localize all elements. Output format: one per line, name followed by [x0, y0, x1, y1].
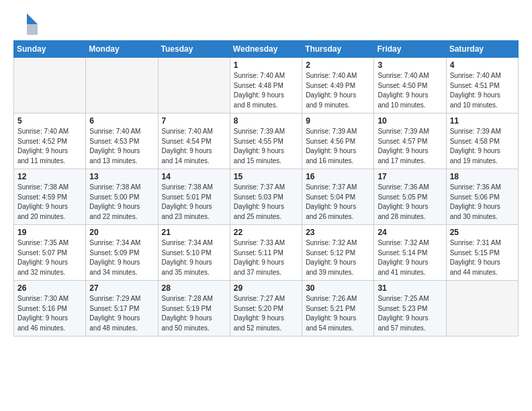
day-number: 10 — [378, 116, 442, 126]
day-number: 16 — [306, 172, 370, 181]
day-number: 19 — [17, 228, 82, 237]
calendar-cell: 2Sunrise: 7:40 AM Sunset: 4:49 PM Daylig… — [302, 58, 374, 113]
weekday-header: Wednesday — [230, 41, 302, 58]
day-number: 27 — [89, 283, 154, 293]
calendar-cell: 30Sunrise: 7:26 AM Sunset: 5:21 PM Dayli… — [302, 281, 374, 336]
day-info: Sunrise: 7:30 AM Sunset: 5:16 PM Dayligh… — [17, 294, 82, 333]
day-info: Sunrise: 7:40 AM Sunset: 4:52 PM Dayligh… — [17, 127, 82, 166]
day-info: Sunrise: 7:37 AM Sunset: 5:04 PM Dayligh… — [306, 183, 370, 222]
calendar-cell — [86, 58, 158, 113]
day-number: 13 — [89, 172, 154, 181]
day-number: 1 — [234, 60, 298, 70]
calendar-cell: 31Sunrise: 7:25 AM Sunset: 5:23 PM Dayli… — [374, 281, 446, 336]
day-number: 22 — [234, 228, 298, 237]
calendar-week-row: 12Sunrise: 7:38 AM Sunset: 4:59 PM Dayli… — [14, 169, 519, 225]
calendar-cell: 29Sunrise: 7:27 AM Sunset: 5:20 PM Dayli… — [230, 281, 302, 336]
day-number: 3 — [378, 60, 442, 70]
calendar-cell: 21Sunrise: 7:34 AM Sunset: 5:10 PM Dayli… — [158, 225, 230, 281]
calendar-cell: 16Sunrise: 7:37 AM Sunset: 5:04 PM Dayli… — [302, 169, 374, 225]
day-info: Sunrise: 7:38 AM Sunset: 5:00 PM Dayligh… — [89, 183, 154, 222]
calendar-cell: 18Sunrise: 7:36 AM Sunset: 5:06 PM Dayli… — [446, 169, 518, 225]
calendar: SundayMondayTuesdayWednesdayThursdayFrid… — [13, 40, 519, 336]
day-info: Sunrise: 7:37 AM Sunset: 5:03 PM Dayligh… — [234, 183, 298, 222]
calendar-cell: 23Sunrise: 7:32 AM Sunset: 5:12 PM Dayli… — [302, 225, 374, 281]
day-info: Sunrise: 7:40 AM Sunset: 4:54 PM Dayligh… — [162, 127, 226, 166]
day-number: 5 — [17, 116, 82, 126]
calendar-header-row: SundayMondayTuesdayWednesdayThursdayFrid… — [14, 41, 519, 58]
calendar-cell: 3Sunrise: 7:40 AM Sunset: 4:50 PM Daylig… — [374, 58, 446, 113]
calendar-week-row: 1Sunrise: 7:40 AM Sunset: 4:48 PM Daylig… — [14, 58, 519, 113]
day-number: 26 — [17, 283, 82, 293]
day-number: 7 — [162, 116, 226, 126]
day-info: Sunrise: 7:40 AM Sunset: 4:49 PM Dayligh… — [306, 71, 370, 110]
calendar-cell: 27Sunrise: 7:29 AM Sunset: 5:17 PM Dayli… — [86, 281, 158, 336]
svg-marker-1 — [27, 24, 38, 35]
day-number: 2 — [306, 60, 370, 70]
day-number: 6 — [89, 116, 154, 126]
day-info: Sunrise: 7:26 AM Sunset: 5:21 PM Dayligh… — [306, 294, 370, 333]
svg-marker-0 — [27, 13, 38, 24]
day-info: Sunrise: 7:32 AM Sunset: 5:14 PM Dayligh… — [378, 238, 442, 277]
day-info: Sunrise: 7:31 AM Sunset: 5:15 PM Dayligh… — [450, 238, 515, 277]
calendar-cell — [158, 58, 230, 113]
page: SundayMondayTuesdayWednesdayThursdayFrid… — [0, 0, 532, 343]
day-number: 9 — [306, 116, 370, 126]
calendar-cell: 6Sunrise: 7:40 AM Sunset: 4:53 PM Daylig… — [86, 113, 158, 169]
weekday-header: Saturday — [446, 41, 518, 58]
calendar-cell: 28Sunrise: 7:28 AM Sunset: 5:19 PM Dayli… — [158, 281, 230, 336]
day-number: 17 — [378, 172, 442, 181]
logo — [13, 11, 40, 35]
calendar-cell: 26Sunrise: 7:30 AM Sunset: 5:16 PM Dayli… — [14, 281, 86, 336]
calendar-cell: 13Sunrise: 7:38 AM Sunset: 5:00 PM Dayli… — [86, 169, 158, 225]
logo-icon — [13, 11, 38, 35]
day-number: 25 — [450, 228, 515, 237]
day-info: Sunrise: 7:39 AM Sunset: 4:55 PM Dayligh… — [234, 127, 298, 166]
day-info: Sunrise: 7:36 AM Sunset: 5:05 PM Dayligh… — [378, 183, 442, 222]
day-info: Sunrise: 7:40 AM Sunset: 4:53 PM Dayligh… — [89, 127, 154, 166]
day-info: Sunrise: 7:40 AM Sunset: 4:51 PM Dayligh… — [450, 71, 515, 110]
day-info: Sunrise: 7:39 AM Sunset: 4:57 PM Dayligh… — [378, 127, 442, 166]
calendar-cell: 19Sunrise: 7:35 AM Sunset: 5:07 PM Dayli… — [14, 225, 86, 281]
weekday-header: Tuesday — [158, 41, 230, 58]
calendar-cell: 9Sunrise: 7:39 AM Sunset: 4:56 PM Daylig… — [302, 113, 374, 169]
day-number: 11 — [450, 116, 515, 126]
day-number: 18 — [450, 172, 515, 181]
weekday-header: Thursday — [302, 41, 374, 58]
calendar-cell: 5Sunrise: 7:40 AM Sunset: 4:52 PM Daylig… — [14, 113, 86, 169]
calendar-week-row: 19Sunrise: 7:35 AM Sunset: 5:07 PM Dayli… — [14, 225, 519, 281]
day-info: Sunrise: 7:36 AM Sunset: 5:06 PM Dayligh… — [450, 183, 515, 222]
day-number: 4 — [450, 60, 515, 70]
day-number: 28 — [162, 283, 226, 293]
calendar-cell: 22Sunrise: 7:33 AM Sunset: 5:11 PM Dayli… — [230, 225, 302, 281]
header — [13, 11, 519, 35]
calendar-cell: 7Sunrise: 7:40 AM Sunset: 4:54 PM Daylig… — [158, 113, 230, 169]
day-info: Sunrise: 7:38 AM Sunset: 5:01 PM Dayligh… — [162, 183, 226, 222]
day-number: 30 — [306, 283, 370, 293]
day-info: Sunrise: 7:33 AM Sunset: 5:11 PM Dayligh… — [234, 238, 298, 277]
calendar-week-row: 5Sunrise: 7:40 AM Sunset: 4:52 PM Daylig… — [14, 113, 519, 169]
calendar-cell: 20Sunrise: 7:34 AM Sunset: 5:09 PM Dayli… — [86, 225, 158, 281]
day-number: 31 — [378, 283, 442, 293]
day-info: Sunrise: 7:25 AM Sunset: 5:23 PM Dayligh… — [378, 294, 442, 333]
day-info: Sunrise: 7:39 AM Sunset: 4:58 PM Dayligh… — [450, 127, 515, 166]
day-number: 21 — [162, 228, 226, 237]
day-info: Sunrise: 7:27 AM Sunset: 5:20 PM Dayligh… — [234, 294, 298, 333]
calendar-cell: 14Sunrise: 7:38 AM Sunset: 5:01 PM Dayli… — [158, 169, 230, 225]
day-info: Sunrise: 7:34 AM Sunset: 5:09 PM Dayligh… — [89, 238, 154, 277]
day-info: Sunrise: 7:40 AM Sunset: 4:48 PM Dayligh… — [234, 71, 298, 110]
day-info: Sunrise: 7:28 AM Sunset: 5:19 PM Dayligh… — [162, 294, 226, 333]
calendar-cell: 4Sunrise: 7:40 AM Sunset: 4:51 PM Daylig… — [446, 58, 518, 113]
day-number: 24 — [378, 228, 442, 237]
calendar-cell: 24Sunrise: 7:32 AM Sunset: 5:14 PM Dayli… — [374, 225, 446, 281]
calendar-cell: 25Sunrise: 7:31 AM Sunset: 5:15 PM Dayli… — [446, 225, 518, 281]
day-info: Sunrise: 7:29 AM Sunset: 5:17 PM Dayligh… — [89, 294, 154, 333]
day-number: 23 — [306, 228, 370, 237]
calendar-cell: 10Sunrise: 7:39 AM Sunset: 4:57 PM Dayli… — [374, 113, 446, 169]
calendar-cell: 15Sunrise: 7:37 AM Sunset: 5:03 PM Dayli… — [230, 169, 302, 225]
day-number: 12 — [17, 172, 82, 181]
calendar-cell: 11Sunrise: 7:39 AM Sunset: 4:58 PM Dayli… — [446, 113, 518, 169]
weekday-header: Sunday — [14, 41, 86, 58]
calendar-cell: 1Sunrise: 7:40 AM Sunset: 4:48 PM Daylig… — [230, 58, 302, 113]
day-info: Sunrise: 7:35 AM Sunset: 5:07 PM Dayligh… — [17, 238, 82, 277]
calendar-cell — [446, 281, 518, 336]
